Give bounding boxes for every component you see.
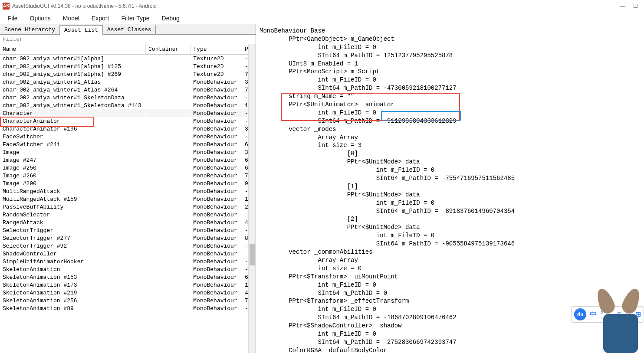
table-row[interactable]: ShadowControllerMonoBehaviour- xyxy=(0,250,256,258)
cell-type: Texture2D xyxy=(191,55,242,63)
detail-line: [0] xyxy=(260,150,641,158)
table-row[interactable]: RandomSelectorMonoBehaviour- xyxy=(0,211,256,219)
window-title: AssetStudioGUI v0.14.38 - no productName… xyxy=(12,3,620,9)
cell-container xyxy=(146,78,191,86)
table-row[interactable]: MultiRangedAttackMonoBehaviour- xyxy=(0,187,256,195)
detail-line: PPtr<$UnitAnimator> _animator xyxy=(260,101,641,109)
table-row[interactable]: CharacterAnimator #196MonoBehaviour3 xyxy=(0,125,256,133)
table-row[interactable]: Image #250MonoBehaviour6 xyxy=(0,164,256,172)
cell-container xyxy=(146,70,191,78)
detail-line: [1] xyxy=(260,183,641,191)
table-row[interactable]: SkeletonAnimation #219MonoBehaviour4 xyxy=(0,289,256,297)
cell-name: SkeletonAnimation #89 xyxy=(0,304,146,312)
detail-line: SInt64 m_PathID = 1251237795295525878 xyxy=(260,52,641,60)
table-row[interactable]: FaceSwitcherMonoBehaviour- xyxy=(0,133,256,141)
cell-type: MonoBehaviour xyxy=(191,273,242,281)
detail-line: Array Array xyxy=(260,134,641,142)
ime-lang[interactable]: 中 xyxy=(590,310,597,319)
cell-type: MonoBehaviour xyxy=(191,226,242,234)
col-header-type[interactable]: Type xyxy=(191,44,242,55)
menu-model[interactable]: Model xyxy=(57,13,85,23)
table-row[interactable]: SkeletonAnimation #89MonoBehaviour- xyxy=(0,304,256,312)
tab-asset-list[interactable]: Asset List xyxy=(59,25,103,35)
detail-line: int size = 0 xyxy=(260,265,641,273)
cell-type: MonoBehaviour xyxy=(191,172,242,180)
cell-type: MonoBehaviour xyxy=(191,203,242,211)
table-row[interactable]: char_002_amiya_winter#1[alpha] #269Textu… xyxy=(0,70,256,78)
cell-name: SkeletonAnimation xyxy=(0,265,146,273)
table-row[interactable]: MultiRangedAttack #159MonoBehaviour1 xyxy=(0,195,256,203)
detail-line: SInt64 m_PathID = -8918376014960704354 xyxy=(260,207,641,216)
menu-export[interactable]: Export xyxy=(85,13,115,23)
cell-type: MonoBehaviour xyxy=(191,219,242,226)
table-row[interactable]: ImageMonoBehaviour3 xyxy=(0,148,256,156)
scrollbar-thumb[interactable] xyxy=(250,244,255,265)
ime-user-icon[interactable]: ☺ xyxy=(625,310,632,319)
cell-name: Image #247 xyxy=(0,156,146,164)
tab-scene-hierarchy[interactable]: Scene Hierarchy xyxy=(0,25,60,34)
vertical-scrollbar[interactable] xyxy=(248,44,256,353)
cell-type: MonoBehaviour xyxy=(191,234,242,242)
detail-line: Array Array xyxy=(260,256,641,265)
menu-filter-type[interactable]: Filter Type xyxy=(115,13,155,23)
table-row[interactable]: FaceSwitcher #241MonoBehaviour6 xyxy=(0,141,256,148)
table-row[interactable]: char_002_amiya_winter#1_SkeletonData #14… xyxy=(0,101,256,109)
cell-type: MonoBehaviour xyxy=(191,250,242,258)
table-row[interactable]: char_002_amiya_winter#1_SkeletonDataMono… xyxy=(0,94,256,101)
cell-type: MonoBehaviour xyxy=(191,109,242,117)
detail-line: int m_FileID = 0 xyxy=(260,232,641,240)
tab-strip: Scene Hierarchy Asset List Asset Classes xyxy=(0,24,256,35)
table-row[interactable]: CharacterMonoBehaviour- xyxy=(0,109,256,117)
table-row[interactable]: SelectorTrigger #277MonoBehaviour8 xyxy=(0,234,256,242)
table-row[interactable]: char_002_amiya_winter#1_Atlas #264MonoBe… xyxy=(0,86,256,94)
table-row[interactable]: SimpleUnitAnimatorHookerMonoBehaviour- xyxy=(0,258,256,265)
detail-line: PPtr<MonoScript> m_Script xyxy=(260,68,641,76)
filter-input[interactable]: Filter xyxy=(0,35,256,44)
menu-file[interactable]: File xyxy=(2,13,24,23)
cell-name: Image #290 xyxy=(0,180,146,187)
cell-type: MonoBehaviour xyxy=(191,258,242,265)
table-row[interactable]: SkeletonAnimation #153MonoBehaviour6 xyxy=(0,273,256,281)
cell-type: MonoBehaviour xyxy=(191,265,242,273)
cell-name: SelectorTrigger #92 xyxy=(0,242,146,250)
ime-screen-icon[interactable]: ⎚ xyxy=(617,310,621,319)
col-header-name[interactable]: Name xyxy=(0,44,146,55)
cell-container xyxy=(146,94,191,101)
cell-container xyxy=(146,133,191,141)
table-row[interactable]: PassiveBuffAbilityMonoBehaviour2 xyxy=(0,203,256,211)
table-row[interactable]: SelectorTrigger #92MonoBehaviour- xyxy=(0,242,256,250)
cell-name: char_002_amiya_winter#1[alpha] #125 xyxy=(0,62,146,70)
table-row[interactable]: SkeletonAnimationMonoBehaviour- xyxy=(0,265,256,273)
ime-toolbar[interactable]: du 中 ° ， ⎚ ☺ ⊞ xyxy=(571,306,644,323)
ime-dot-icon[interactable]: ° xyxy=(600,310,603,319)
table-row[interactable]: char_002_amiya_winter#1[alpha] #125Textu… xyxy=(0,62,256,70)
table-row[interactable]: SkeletonAnimation #256MonoBehaviour7 xyxy=(0,297,256,304)
maximize-button[interactable]: ☐ xyxy=(633,3,638,9)
ime-grid-icon[interactable]: ⊞ xyxy=(635,310,641,319)
cell-type: MonoBehaviour xyxy=(191,281,242,289)
table-row[interactable]: RangedAttackMonoBehaviour4 xyxy=(0,219,256,226)
table-row[interactable]: Image #260MonoBehaviour7 xyxy=(0,172,256,180)
cell-container xyxy=(146,242,191,250)
cell-container xyxy=(146,172,191,180)
table-row[interactable]: char_002_amiya_winter#1_AtlasMonoBehavio… xyxy=(0,78,256,86)
menu-debug[interactable]: Debug xyxy=(156,13,186,23)
detail-line: PPtr<$UnitMode> data xyxy=(260,158,641,166)
table-row[interactable]: CharacterAnimatorMonoBehaviour- xyxy=(0,117,256,125)
table-row[interactable]: SkeletonAnimation #173MonoBehaviour1 xyxy=(0,281,256,289)
ime-comma-icon[interactable]: ， xyxy=(607,310,614,319)
cell-name: SkeletonAnimation #219 xyxy=(0,289,146,297)
table-row[interactable]: SelectorTriggerMonoBehaviour- xyxy=(0,226,256,234)
tab-asset-classes[interactable]: Asset Classes xyxy=(102,25,156,34)
minimize-button[interactable]: — xyxy=(620,3,625,9)
cell-container xyxy=(146,265,191,273)
detail-line: SInt64 m_PathID = -9055584975139173646 xyxy=(260,240,641,248)
col-header-container[interactable]: Container xyxy=(146,44,191,55)
table-row[interactable]: Image #290MonoBehaviour9 xyxy=(0,180,256,187)
detail-line: SInt64 m_PathID = 0 xyxy=(260,289,641,297)
table-row[interactable]: Image #247MonoBehaviour6 xyxy=(0,156,256,164)
baidu-icon[interactable]: du xyxy=(574,308,586,320)
detail-line: PPtr<$ShadowController> _shadow xyxy=(260,322,641,330)
menu-options[interactable]: Options xyxy=(24,13,57,23)
table-row[interactable]: char_002_amiya_winter#1[alpha]Texture2D- xyxy=(0,55,256,63)
